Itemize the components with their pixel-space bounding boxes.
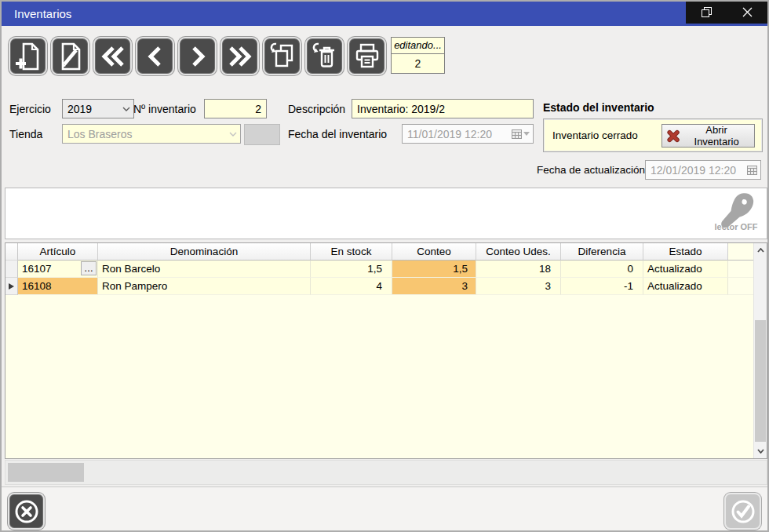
titlebar: Inventarios — [2, 2, 767, 26]
copy-record-button[interactable] — [263, 37, 301, 75]
cell-conteo-udes[interactable]: 3 — [476, 278, 561, 295]
editing-badge: editando... 2 — [391, 37, 445, 74]
chevron-down-icon — [119, 100, 133, 118]
fecha-inventario-label: Fecha del inventario — [288, 128, 387, 140]
ejercicio-select[interactable]: 2019 — [62, 99, 134, 118]
column-header-denominacion[interactable]: Denominación — [98, 243, 311, 261]
table-row: 16107 … Ron Barcelo 1,5 1,5 18 0 Actuali… — [5, 261, 767, 278]
print-icon — [352, 41, 383, 72]
cell-estado[interactable]: Actualizado — [643, 278, 728, 295]
descripcion-label: Descripción — [288, 103, 345, 115]
column-header-conteo-udes[interactable]: Conteo Udes. — [476, 243, 561, 261]
edit-record-button[interactable] — [51, 37, 89, 75]
cell-conteo[interactable]: 1,5 — [392, 261, 476, 278]
abrir-inventario-button[interactable]: Abrir Inventario — [661, 124, 755, 148]
cell-diferencia[interactable]: 0 — [561, 261, 643, 278]
accept-button[interactable] — [724, 493, 761, 530]
chevron-left-icon — [140, 41, 171, 72]
cell-diferencia[interactable]: -1 — [561, 278, 643, 295]
editing-status-label: editando... — [391, 37, 445, 54]
cell-estado[interactable]: Actualizado — [643, 261, 728, 278]
bottom-bar — [2, 486, 767, 530]
horizontal-scrollbar-thumb[interactable] — [8, 463, 84, 482]
delete-icon — [309, 41, 341, 72]
fecha-inventario-value: 11/01/2019 12:20 — [407, 128, 492, 140]
print-button[interactable] — [348, 37, 386, 75]
ejercicio-value: 2019 — [67, 103, 92, 115]
cell-en-stock[interactable]: 4 — [311, 278, 392, 295]
estado-inventario-heading: Estado del inventario — [543, 101, 654, 114]
row-indicator[interactable] — [5, 261, 18, 278]
scanner-status[interactable]: lector OFF — [710, 189, 762, 238]
current-row-indicator[interactable] — [5, 278, 18, 295]
column-header-en-stock[interactable]: En stock — [311, 243, 392, 261]
cell-denominacion[interactable]: Ron Barcelo — [98, 261, 311, 278]
cell-articulo[interactable]: 16108 — [18, 278, 98, 295]
num-inventario-input[interactable] — [204, 99, 267, 118]
new-record-button[interactable] — [9, 37, 47, 75]
document-add-icon — [13, 41, 44, 72]
vertical-scrollbar-thumb[interactable] — [755, 320, 766, 442]
cell-denominacion[interactable]: Ron Pampero — [98, 278, 311, 295]
descripcion-input[interactable] — [352, 99, 534, 118]
delete-record-button[interactable] — [305, 37, 344, 75]
scanner-panel: lector OFF — [5, 188, 767, 239]
circled-x-icon — [11, 496, 42, 527]
cell-conteo-udes[interactable]: 18 — [476, 261, 561, 278]
vertical-scrollbar[interactable] — [753, 243, 767, 458]
restore-button[interactable] — [693, 2, 720, 22]
scroll-up-arrow-icon[interactable] — [754, 245, 767, 256]
cell-articulo[interactable]: 16107 … — [18, 261, 98, 278]
fecha-actualizacion-label: Fecha de actualización — [537, 164, 645, 176]
grid-header: Artículo Denominación En stock Conteo Co… — [5, 243, 767, 261]
cancel-button[interactable] — [8, 493, 45, 530]
num-inventario-label: Nº inventario — [133, 103, 196, 115]
last-record-button[interactable] — [220, 37, 259, 75]
estado-status-text: Inventario cerrado — [552, 129, 638, 141]
document-edit-icon — [55, 41, 86, 72]
ejercicio-label: Ejercicio — [9, 103, 51, 115]
editing-record-number: 2 — [391, 54, 445, 74]
tienda-label: Tienda — [9, 128, 42, 140]
double-chevron-right-icon — [224, 41, 256, 72]
double-chevron-left-icon — [97, 41, 129, 72]
first-record-button[interactable] — [93, 37, 132, 75]
scanner-label: lector OFF — [714, 222, 757, 231]
fecha-inventario-input[interactable]: 11/01/2019 12:20 — [402, 124, 534, 144]
chevron-right-icon — [182, 41, 213, 72]
row-arrow-icon — [9, 283, 14, 290]
horizontal-scrollbar[interactable] — [5, 460, 767, 485]
close-icon — [742, 6, 753, 18]
column-header-estado[interactable]: Estado — [643, 243, 728, 261]
abrir-inventario-label: Abrir Inventario — [683, 124, 749, 148]
copy-icon — [267, 41, 298, 72]
chevron-down-icon — [523, 132, 530, 136]
grid-empty-area — [5, 295, 767, 458]
row-indicator-header — [5, 243, 18, 261]
ellipsis-button[interactable]: … — [81, 261, 97, 275]
tienda-value: Los Braseros — [67, 128, 132, 140]
cell-en-stock[interactable]: 1,5 — [311, 261, 392, 278]
next-record-button[interactable] — [178, 37, 217, 75]
calendar-icon — [512, 129, 522, 139]
fecha-actualizacion-input[interactable]: 12/01/2019 12:20 — [645, 160, 761, 180]
restore-icon — [701, 6, 713, 18]
column-header-articulo[interactable]: Artículo — [18, 243, 98, 261]
column-header-diferencia[interactable]: Diferencia — [561, 243, 643, 261]
chevron-down-icon — [226, 125, 240, 143]
tienda-select[interactable]: Los Braseros — [62, 124, 241, 144]
table-row: 16108 Ron Pampero 4 3 3 -1 Actualizado — [5, 278, 767, 295]
inventory-grid: Artículo Denominación En stock Conteo Co… — [5, 242, 767, 459]
estado-inventario-group: Inventario cerrado Abrir Inventario — [543, 118, 763, 152]
scroll-down-arrow-icon[interactable] — [754, 446, 767, 457]
red-x-icon — [667, 129, 680, 143]
fecha-actualizacion-value: 12/01/2019 12:20 — [651, 164, 736, 177]
tienda-action-button[interactable] — [244, 124, 280, 145]
column-header-conteo[interactable]: Conteo — [392, 243, 476, 261]
inventarios-window: Inventarios — [0, 0, 769, 532]
toolbar — [9, 37, 386, 75]
window-title: Inventarios — [14, 7, 71, 20]
close-window-button[interactable] — [734, 2, 760, 22]
previous-record-button[interactable] — [136, 37, 174, 75]
cell-conteo[interactable]: 3 — [392, 278, 476, 295]
